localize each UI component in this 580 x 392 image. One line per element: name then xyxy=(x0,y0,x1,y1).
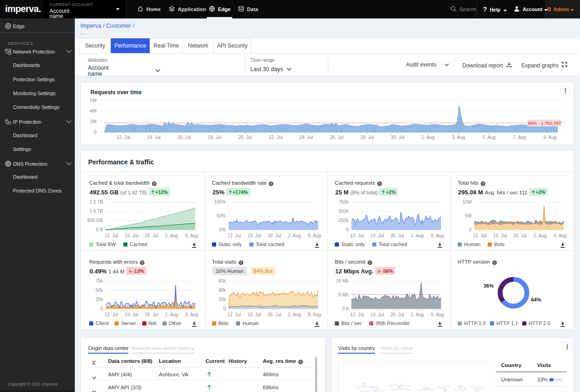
svg-text:12. Jul: 12. Jul xyxy=(350,312,363,317)
svg-text:9. Aug: 9. Aug xyxy=(308,312,321,317)
svg-text:26. Jul: 26. Jul xyxy=(145,233,158,238)
svg-text:7. Aug: 7. Aug xyxy=(513,135,526,140)
svg-text:0 b: 0 b xyxy=(342,306,349,311)
svg-text:40k: 40k xyxy=(218,288,226,293)
svg-text:26. Jul: 26. Jul xyxy=(267,233,281,238)
svg-text:2M: 2M xyxy=(90,119,97,124)
svg-text:12. Jul: 12. Jul xyxy=(473,233,486,238)
svg-text:12. Jul: 12. Jul xyxy=(104,312,118,317)
svg-text:26. Jul: 26. Jul xyxy=(513,233,526,238)
svg-text:6M: 6M xyxy=(90,98,97,103)
svg-text:26. Jul: 26. Jul xyxy=(390,233,404,238)
svg-text:0 B: 0 B xyxy=(96,227,103,232)
svg-text:12. Jul: 12. Jul xyxy=(227,233,241,238)
svg-text:20. Jul: 20. Jul xyxy=(238,135,252,140)
svg-text:2. Aug: 2. Aug xyxy=(411,233,423,238)
svg-text:2. Aug: 2. Aug xyxy=(411,312,423,317)
svg-text:250k: 250k xyxy=(338,218,349,223)
svg-text:2. Aug: 2. Aug xyxy=(165,233,178,238)
svg-text:0: 0 xyxy=(469,227,471,232)
svg-text:95% · 1,781,797: 95% · 1,781,797 xyxy=(528,121,561,126)
svg-text:3. Aug: 3. Aug xyxy=(452,135,465,140)
svg-text:0: 0 xyxy=(94,130,97,135)
svg-text:19. Jul: 19. Jul xyxy=(125,312,138,317)
svg-text:26. Jul: 26. Jul xyxy=(390,312,404,317)
svg-text:24. Jul: 24. Jul xyxy=(299,135,313,140)
svg-text:9. Aug: 9. Aug xyxy=(554,233,567,238)
svg-text:10M: 10M xyxy=(463,199,471,205)
svg-text:750k: 750k xyxy=(338,199,349,205)
svg-text:22. Jul: 22. Jul xyxy=(269,135,282,140)
svg-text:25k: 25k xyxy=(96,297,103,302)
svg-text:12. Jul: 12. Jul xyxy=(116,135,130,140)
svg-text:14. Jul: 14. Jul xyxy=(147,135,160,140)
svg-text:9. Aug: 9. Aug xyxy=(431,233,444,238)
svg-text:1. Aug: 1. Aug xyxy=(422,135,435,140)
svg-text:16. Jul: 16. Jul xyxy=(177,135,191,140)
svg-text:8 Mb: 8 Mb xyxy=(338,292,349,297)
svg-text:60k: 60k xyxy=(218,278,226,283)
svg-text:64%: 64% xyxy=(531,297,541,302)
svg-text:19. Jul: 19. Jul xyxy=(370,312,384,317)
svg-text:26. Jul: 26. Jul xyxy=(145,312,158,317)
svg-text:19. Jul: 19. Jul xyxy=(248,233,261,238)
svg-text:19. Jul: 19. Jul xyxy=(125,233,138,238)
svg-text:30. Jul: 30. Jul xyxy=(391,135,404,140)
svg-text:19. Jul: 19. Jul xyxy=(493,233,507,238)
svg-text:9. Aug: 9. Aug xyxy=(185,233,198,238)
svg-text:12. Jul: 12. Jul xyxy=(104,233,118,238)
svg-text:500k: 500k xyxy=(338,209,349,214)
svg-text:26. Jul: 26. Jul xyxy=(267,312,281,317)
svg-text:1.6 TB: 1.6 TB xyxy=(90,209,103,214)
svg-text:2.3 TB: 2.3 TB xyxy=(90,199,103,205)
svg-text:0%: 0% xyxy=(219,227,226,232)
svg-text:50%: 50% xyxy=(217,213,226,218)
svg-text:9. Aug: 9. Aug xyxy=(185,312,198,317)
svg-text:12. Jul: 12. Jul xyxy=(227,312,241,317)
svg-text:5M: 5M xyxy=(465,213,471,218)
svg-text:9. Aug: 9. Aug xyxy=(308,233,321,238)
svg-text:5. Aug: 5. Aug xyxy=(483,135,495,140)
svg-text:0: 0 xyxy=(223,306,226,311)
svg-text:12. Jul: 12. Jul xyxy=(350,233,363,238)
svg-text:16 Mb: 16 Mb xyxy=(336,278,349,283)
svg-text:800 GB: 800 GB xyxy=(87,218,103,223)
svg-text:2. Aug: 2. Aug xyxy=(288,312,301,317)
svg-text:9. Aug: 9. Aug xyxy=(431,312,444,317)
svg-text:18. Jul: 18. Jul xyxy=(208,135,221,140)
svg-text:100%: 100% xyxy=(214,199,226,205)
svg-text:19. Jul: 19. Jul xyxy=(248,312,261,317)
svg-text:9. Aug: 9. Aug xyxy=(544,135,556,140)
svg-text:20k: 20k xyxy=(218,297,226,302)
svg-text:28. Jul: 28. Jul xyxy=(360,135,374,140)
svg-text:2. Aug: 2. Aug xyxy=(165,312,178,317)
svg-text:75k: 75k xyxy=(96,278,103,283)
svg-text:50k: 50k xyxy=(96,288,103,293)
svg-text:26. Jul: 26. Jul xyxy=(330,135,343,140)
svg-text:36%: 36% xyxy=(483,283,494,289)
svg-text:2. Aug: 2. Aug xyxy=(533,233,546,238)
svg-text:0: 0 xyxy=(346,227,349,232)
svg-text:4M: 4M xyxy=(90,109,97,114)
svg-text:19. Jul: 19. Jul xyxy=(370,233,384,238)
svg-text:0: 0 xyxy=(100,306,103,311)
svg-text:2. Aug: 2. Aug xyxy=(288,233,301,238)
